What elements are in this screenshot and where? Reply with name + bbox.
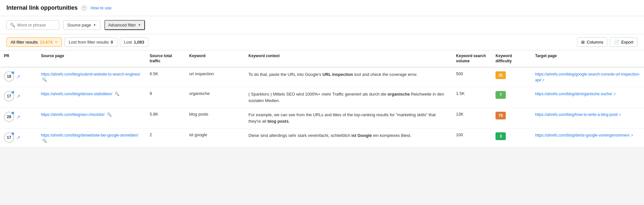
table-header-row: PR Source page Source total traffic Keyw… [0,50,644,67]
columns-button[interactable]: ⊞ Columns [577,37,607,47]
difficulty-cell: 3 [492,128,531,147]
external-link-icon: ↗ [630,134,633,137]
trend-icon: ↗ [16,135,20,141]
context-cell: Diese sind allerdings sehr stark vereinf… [245,128,452,147]
context-cell: For example, we can see from the URLs an… [245,108,452,128]
advanced-filter-button[interactable]: Advanced filter ▼ [104,20,145,30]
pr-cell: 17 ↗ [0,128,37,147]
volume-cell: 13K [452,108,492,128]
difficulty-badge: 7 [495,91,506,99]
pr-badge: 17 [4,91,14,101]
source-page-cell: https://ahrefs.com/blog/seo-checklist/ 🔍 [37,108,146,128]
page-header: Internal link opportunities ? How to use [0,0,644,16]
source-search-icon[interactable]: 🔍 [42,77,47,82]
source-page-link[interactable]: https://ahrefs.com/blog/de/seo-statistik… [41,92,112,96]
source-search-icon[interactable]: 🔍 [42,138,47,143]
filter-tabs-left: All filter results 13,674 ▼ Lost from fi… [6,37,149,47]
export-label: Export [621,40,633,45]
table-row: 18 ↗ https://ahrefs.com/blog/submit-webs… [0,67,644,87]
search-input[interactable] [17,23,56,27]
context-cell: To do that, paste the URL into Google's … [245,67,452,87]
all-filter-label: All filter results [11,40,38,45]
pr-cell: 17 ↗ [0,87,37,108]
chevron-down-icon: ▼ [138,23,141,27]
search-icon: 🔍 [10,23,15,27]
source-page-link[interactable]: https://ahrefs.com/blog/seo-checklist/ [41,112,104,117]
volume-cell: 1.5K [452,87,492,108]
trend-icon: ↗ [16,74,20,80]
col-header-traffic: Source total traffic [146,50,186,67]
target-page-link[interactable]: https://ahrefs.com/blog/de/ist-google-vo… [535,133,633,138]
pr-badge: 18 [4,71,14,82]
target-page-cell: https://ahrefs.com/blog/de/ist-google-vo… [531,128,644,147]
source-page-link[interactable]: https://ahrefs.com/blog/submit-website-t… [41,72,140,77]
source-search-icon[interactable]: 🔍 [115,92,120,96]
lost-count: 1,083 [134,40,144,45]
target-page-cell: https://ahrefs.com/blog/how-to-write-a-b… [531,108,644,128]
help-icon[interactable]: ? [82,5,87,11]
all-filter-count: 13,674 [40,40,53,45]
context-cell: ( Sparktoro ) Mittels SEO wird 1000%+ me… [245,87,452,108]
source-page-cell: https://ahrefs.com/blog/de/website-bei-g… [37,128,146,147]
source-page-dropdown[interactable]: Source page ▼ [63,20,101,30]
difficulty-cell: 41 [492,67,531,87]
source-page-link[interactable]: https://ahrefs.com/blog/de/website-bei-g… [41,133,138,138]
table-row: 28 ↗ https://ahrefs.com/blog/seo-checkli… [0,108,644,128]
external-link-icon: ↗ [619,113,621,117]
col-header-volume: Keyword search volume [452,50,492,67]
volume-cell: 500 [452,67,492,87]
table-row: 17 ↗ https://ahrefs.com/blog/de/website-… [0,128,644,147]
pr-badge: 28 [4,112,14,122]
export-button[interactable]: 📄 Export [610,37,638,47]
lost-filter-count: 0 [111,40,113,45]
table-row: 17 ↗ https://ahrefs.com/blog/de/seo-stat… [0,87,644,108]
trend-icon: ↗ [16,114,20,120]
difficulty-cell: 7 [492,87,531,108]
source-page-cell: https://ahrefs.com/blog/de/seo-statistik… [37,87,146,108]
col-header-pr: PR [0,50,37,67]
columns-icon: ⊞ [581,40,585,45]
chevron-down-icon: ▼ [54,40,58,44]
difficulty-cell: 76 [492,108,531,128]
chevron-down-icon: ▼ [93,23,96,27]
traffic-cell: 2 [146,128,186,147]
lost-tab[interactable]: Lost 1,083 [120,37,149,47]
volume-cell: 100 [452,128,492,147]
advanced-filter-label: Advanced filter [108,23,136,27]
traffic-cell: 6.5K [146,67,186,87]
target-page-link[interactable]: https://ahrefs.com/blog/how-to-write-a-b… [535,112,621,117]
lost-filter-label: Lost from filter results [69,40,109,45]
target-page-cell: https://ahrefs.com/blog/google-search-co… [531,67,644,87]
keyword-cell: blog posts [185,108,245,128]
filter-tabs-right: ⊞ Columns 📄 Export [577,37,638,47]
target-page-link[interactable]: https://ahrefs.com/blog/de/organische-su… [535,92,615,96]
keyword-cell: ist google [185,128,245,147]
page-title: Internal link opportunities [6,5,78,11]
export-icon: 📄 [614,40,619,45]
source-search-icon[interactable]: 🔍 [107,112,112,117]
lost-label: Lost [124,40,132,45]
col-header-source: Source page [37,50,146,67]
traffic-cell: 5.8K [146,108,186,128]
toolbar: 🔍 Source page ▼ Advanced filter ▼ [0,16,644,34]
table-container: PR Source page Source total traffic Keyw… [0,50,644,147]
col-header-difficulty: Keyword difficulty [492,50,531,67]
columns-label: Columns [587,40,603,45]
col-header-context: Keyword context [245,50,452,67]
keyword-cell: url inspection [185,67,245,87]
source-page-cell: https://ahrefs.com/blog/submit-website-t… [37,67,146,87]
difficulty-badge: 3 [495,132,506,140]
col-header-target: Target page [531,50,644,67]
external-link-icon: ↗ [613,92,616,96]
difficulty-badge: 41 [495,71,506,79]
trend-icon: ↗ [16,93,20,99]
all-filter-results-tab[interactable]: All filter results 13,674 ▼ [6,37,62,47]
target-page-link[interactable]: https://ahrefs.com/blog/google-search-co… [535,72,640,82]
results-table: PR Source page Source total traffic Keyw… [0,50,644,147]
how-to-use-link[interactable]: How to use [91,5,111,10]
pr-cell: 28 ↗ [0,108,37,128]
lost-filter-results-tab[interactable]: Lost from filter results 0 [64,37,117,47]
traffic-cell: 9 [146,87,186,108]
target-page-cell: https://ahrefs.com/blog/de/organische-su… [531,87,644,108]
keyword-cell: organische [185,87,245,108]
